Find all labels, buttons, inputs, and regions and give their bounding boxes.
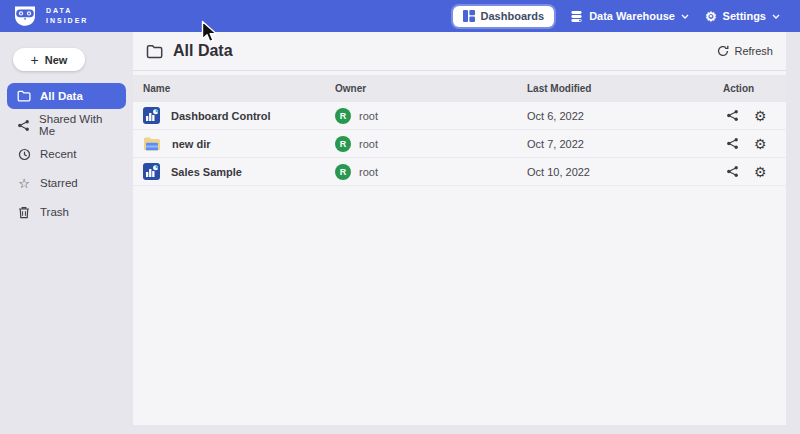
- settings-label: Settings: [723, 10, 766, 22]
- sidebar-item-shared-with-me[interactable]: Shared With Me: [7, 112, 126, 138]
- data-warehouse-menu[interactable]: Data Warehouse: [570, 10, 689, 23]
- sidebar-item-label: Starred: [40, 177, 78, 189]
- chevron-down-icon: [681, 14, 689, 19]
- sidebar-item-recent[interactable]: Recent: [7, 141, 126, 167]
- content-header: All Data Refresh: [133, 32, 786, 71]
- new-button-label: New: [45, 54, 68, 66]
- owner-name: root: [359, 110, 378, 122]
- dashboard-file-icon: [143, 163, 160, 180]
- refresh-icon: [717, 45, 729, 57]
- last-modified-date: Oct 10, 2022: [527, 166, 723, 178]
- table-row[interactable]: new dir R root Oct 7, 2022 ⚙: [133, 130, 786, 158]
- sidebar-item-label: All Data: [40, 90, 83, 102]
- refresh-button[interactable]: Refresh: [717, 45, 773, 57]
- owner-name: root: [359, 166, 378, 178]
- database-icon: [570, 10, 583, 23]
- last-modified-date: Oct 7, 2022: [527, 138, 723, 150]
- star-icon: ☆: [17, 177, 31, 190]
- page-title-text: All Data: [173, 42, 233, 60]
- sidebar-item-starred[interactable]: ☆ Starred: [7, 170, 126, 196]
- column-header-owner: Owner: [335, 83, 527, 94]
- last-modified-date: Oct 6, 2022: [527, 110, 723, 122]
- new-button[interactable]: + New: [13, 48, 85, 71]
- share-icon[interactable]: [726, 109, 739, 122]
- owner-avatar: R: [335, 136, 351, 152]
- share-icon[interactable]: [726, 165, 739, 178]
- clock-icon: [17, 148, 31, 161]
- owner-avatar: R: [335, 164, 351, 180]
- folder-outline-icon: [146, 44, 163, 59]
- gear-icon[interactable]: ⚙: [754, 137, 767, 151]
- data-warehouse-label: Data Warehouse: [589, 10, 675, 22]
- sidebar: + New All Data Shared With Me: [0, 32, 133, 434]
- sidebar-nav: All Data Shared With Me Recent ☆ St: [0, 83, 133, 225]
- sidebar-item-label: Trash: [40, 206, 69, 218]
- share-icon: [17, 119, 30, 132]
- plus-icon: +: [31, 53, 39, 67]
- trash-icon: [17, 206, 31, 219]
- brand-name: DATA INSIDER: [46, 6, 88, 26]
- file-name: new dir: [172, 138, 211, 150]
- gear-icon: ⚙: [705, 10, 717, 23]
- table-row[interactable]: Sales Sample R root Oct 10, 2022 ⚙: [133, 158, 786, 186]
- owner-avatar: R: [335, 108, 351, 124]
- table-row[interactable]: Dashboard Control R root Oct 6, 2022 ⚙: [133, 102, 786, 130]
- column-header-name: Name: [143, 83, 335, 94]
- sidebar-item-label: Recent: [40, 148, 76, 160]
- dashboard-grid-icon: [463, 10, 475, 22]
- page-title: All Data: [146, 42, 233, 60]
- refresh-label: Refresh: [734, 45, 773, 57]
- share-icon[interactable]: [726, 137, 739, 150]
- column-header-action: Action: [723, 83, 786, 94]
- files-table: Name Owner Last Modified Action D: [133, 75, 786, 186]
- table-header-row: Name Owner Last Modified Action: [133, 75, 786, 102]
- sidebar-item-trash[interactable]: Trash: [7, 199, 126, 225]
- top-navbar: DATA INSIDER Dashboards: [0, 0, 800, 32]
- settings-menu[interactable]: ⚙ Settings: [705, 10, 780, 23]
- gear-icon[interactable]: ⚙: [754, 109, 767, 123]
- navbar-actions: Dashboards Data Warehouse ⚙ Settings: [453, 6, 780, 27]
- brand-logo: DATA INSIDER: [12, 5, 88, 27]
- owl-logo-icon: [12, 5, 38, 27]
- owner-name: root: [359, 138, 378, 150]
- dashboards-label: Dashboards: [481, 10, 545, 22]
- main-content: All Data Refresh Name Owner Last Modifie…: [133, 32, 786, 425]
- sidebar-item-all-data[interactable]: All Data: [7, 83, 126, 109]
- file-name: Dashboard Control: [171, 110, 271, 122]
- column-header-last-modified: Last Modified: [527, 83, 723, 94]
- dashboards-button[interactable]: Dashboards: [453, 6, 555, 27]
- gear-icon[interactable]: ⚙: [754, 165, 767, 179]
- folder-image-icon: [143, 136, 161, 152]
- chevron-down-icon: [772, 14, 780, 19]
- sidebar-item-label: Shared With Me: [39, 113, 116, 137]
- dashboard-file-icon: [143, 107, 160, 124]
- file-name: Sales Sample: [171, 166, 242, 178]
- folder-icon: [17, 90, 31, 102]
